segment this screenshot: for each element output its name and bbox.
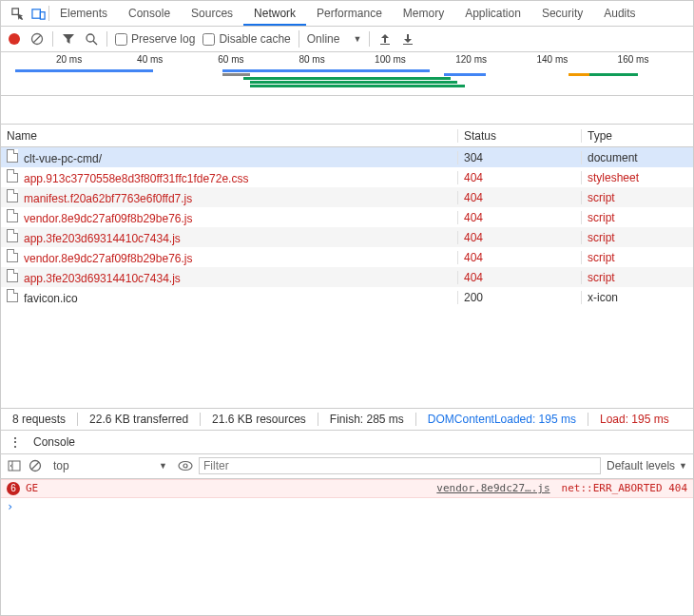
disable-cache-label: Disable cache [219,32,290,46]
request-status: 404 [457,211,581,224]
request-type: script [581,231,693,244]
request-status: 304 [457,151,581,164]
tab-audits[interactable]: Audits [593,1,646,26]
table-row[interactable]: app.913c3770558e8d3f80ff31ffc1fde72e.css… [1,167,693,187]
request-name: app.3fe203d69314410c7434.js [24,232,181,245]
devtools-window: { "tabs": ["Elements","Console","Sources… [0,0,694,616]
context-select[interactable]: top ▼ [48,458,172,473]
svg-line-11 [31,462,39,470]
console-filter-input[interactable] [199,457,601,474]
file-icon [7,149,18,163]
table-row[interactable]: vendor.8e9dc27af09f8b29be76.js404script [1,247,693,267]
clear-icon[interactable] [29,31,45,47]
summary-resources: 21.6 KB resources [208,413,310,426]
request-name: manifest.f20a62bf7763e6f0ffd7.js [24,192,192,205]
chevron-down-icon: ▼ [353,34,361,44]
tab-elements[interactable]: Elements [49,1,118,26]
separator [52,31,53,47]
error-count-badge: 6 [7,482,20,495]
throttle-value: Online [307,32,340,46]
request-type: script [581,251,693,264]
table-row[interactable]: vendor.8e9dc27af09f8b29be76.js404script [1,207,693,227]
log-levels-select[interactable]: Default levels ▼ [607,459,687,472]
svg-rect-1 [40,11,45,19]
table-row[interactable]: manifest.f20a62bf7763e6f0ffd7.js404scrip… [1,187,693,207]
file-icon [7,189,18,202]
file-icon [7,169,18,183]
request-type: stylesheet [581,171,693,184]
chevron-down-icon: ▼ [159,461,167,471]
summary-dcl: DOMContentLoaded: 195 ms [424,413,580,426]
preserve-log-checkbox[interactable]: Preserve log [115,32,195,46]
file-icon [7,269,18,282]
table-header: Name Status Type [1,125,693,147]
tab-network[interactable]: Network [243,1,306,26]
console-error-row[interactable]: 6 GE vendor.8e9dc27….js net::ERR_ABORTED… [1,479,693,498]
request-type: document [581,151,693,164]
inspect-icon[interactable] [7,1,28,26]
live-expression-icon[interactable] [178,458,193,473]
svg-point-4 [87,34,94,42]
context-value: top [53,459,69,472]
request-type: script [581,191,693,204]
drawer-menu-icon[interactable]: ⋮ [1,434,29,450]
tab-security[interactable]: Security [531,1,593,26]
request-name: vendor.8e9dc27af09f8b29be76.js [24,252,193,265]
svg-point-13 [183,464,187,468]
request-table: Name Status Type clt-vue-pc-cmd/304docum… [1,125,693,408]
tab-performance[interactable]: Performance [306,1,393,26]
levels-label: Default levels [607,459,675,472]
filter-bar-placeholder [1,96,693,125]
table-body: clt-vue-pc-cmd/304documentapp.913c377055… [1,147,693,408]
filter-icon[interactable] [61,31,76,47]
svg-rect-8 [9,461,20,471]
search-icon[interactable] [84,31,99,47]
console-sidebar-icon[interactable] [7,458,22,473]
tab-console[interactable]: Console [118,1,181,26]
separator [369,31,370,47]
summary-bar: 8 requests 22.6 KB transferred 21.6 KB r… [1,408,693,430]
console-body: 6 GE vendor.8e9dc27….js net::ERR_ABORTED… [1,479,693,515]
tick: 140 ms [536,54,568,65]
table-row[interactable]: favicon.ico200x-icon [1,287,693,307]
upload-har-icon[interactable] [377,31,393,47]
device-toolbar-icon[interactable] [28,1,48,26]
record-button[interactable] [7,31,22,47]
request-name: app.3fe203d69314410c7434.js [24,272,181,285]
svg-rect-6 [380,44,390,45]
request-name: favicon.ico [24,292,78,305]
col-status[interactable]: Status [457,129,581,143]
drawer-tabs: ⋮ Console [1,430,693,454]
download-har-icon[interactable] [400,31,415,47]
clear-console-icon[interactable] [28,458,43,473]
separator [106,31,107,47]
tab-memory[interactable]: Memory [393,1,454,26]
col-type[interactable]: Type [581,129,693,143]
tick: 20 ms [56,54,82,65]
request-name: vendor.8e9dc27af09f8b29be76.js [24,212,193,225]
error-source-link[interactable]: vendor.8e9dc27….js [436,482,555,494]
col-name[interactable]: Name [1,129,457,143]
drawer-tab-console[interactable]: Console [29,435,79,449]
timeline-overview[interactable]: 20 ms 40 ms 60 ms 80 ms 100 ms 120 ms 14… [1,52,693,96]
throttling-select[interactable]: Online▼ [299,30,362,48]
error-text-prefix: GE [26,482,38,494]
svg-rect-0 [31,9,39,17]
disable-cache-checkbox[interactable]: Disable cache [202,32,290,46]
table-row[interactable]: clt-vue-pc-cmd/304document [1,147,693,167]
table-row[interactable]: app.3fe203d69314410c7434.js404script [1,227,693,247]
svg-point-12 [179,462,192,471]
tick: 100 ms [375,54,406,65]
summary-requests: 8 requests [9,413,69,426]
timeline-lanes [1,67,693,95]
summary-transferred: 22.6 KB transferred [86,413,192,426]
tab-sources[interactable]: Sources [181,1,243,26]
tick: 80 ms [299,54,324,65]
console-prompt[interactable]: › [1,498,693,515]
tick: 120 ms [455,54,487,65]
table-row[interactable]: app.3fe203d69314410c7434.js404script [1,267,693,287]
request-name: clt-vue-pc-cmd/ [24,152,102,165]
request-type: script [581,211,693,224]
tab-application[interactable]: Application [454,1,531,26]
empty-area [1,515,693,616]
